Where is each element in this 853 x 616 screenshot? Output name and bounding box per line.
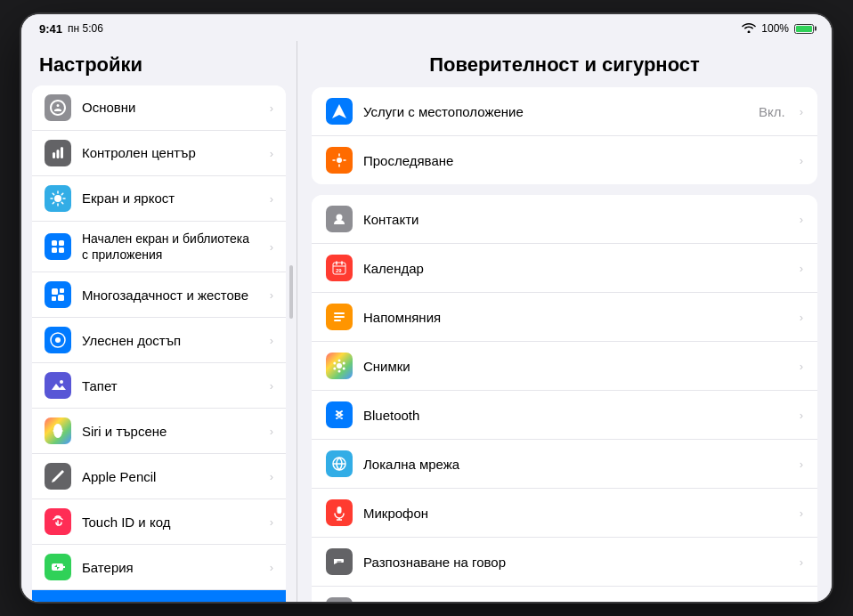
svg-rect-9 — [58, 295, 64, 301]
svg-point-27 — [338, 360, 341, 362]
settings-row-photos[interactable]: Снимки › — [312, 342, 817, 391]
speech-chevron: › — [800, 555, 803, 569]
contacts-label: Контакти — [363, 212, 789, 227]
sidebar-item-mnogo[interactable]: Многозадачност и жестове › — [32, 272, 286, 318]
chevron-icon: › — [270, 425, 273, 438]
sidebar-item-siri-label: Siri и търсене — [82, 423, 167, 441]
settings-row-reminders[interactable]: Напомняния › — [312, 293, 817, 342]
sidebar[interactable]: Настройки Основни › Контролен център › — [21, 41, 297, 602]
settings-section-apps: Контакти › 29 Календар › Напомняния › — [312, 195, 817, 602]
svg-point-31 — [333, 368, 336, 370]
sidebar-item-poveritelnost[interactable]: Поверителност и сигурност — [32, 590, 286, 602]
svg-rect-2 — [61, 147, 63, 158]
svg-rect-11 — [60, 288, 64, 293]
chevron-icon: › — [270, 561, 273, 574]
settings-row-tracking[interactable]: Проследяване › — [312, 136, 817, 184]
camera-icon — [326, 597, 353, 602]
svg-point-30 — [338, 370, 341, 373]
reminders-chevron: › — [800, 311, 803, 324]
status-day: пн 5:06 — [68, 22, 103, 35]
settings-row-bluetooth[interactable]: Bluetooth › — [312, 391, 817, 440]
sidebar-item-bateriya[interactable]: Батерия › — [32, 545, 286, 590]
sidebar-item-bateriya-label: Батерия — [82, 559, 134, 577]
svg-point-14 — [60, 380, 63, 384]
sidebar-item-ulesnen[interactable]: Улеснен достъп › — [32, 318, 286, 363]
location-icon — [326, 98, 353, 125]
chevron-icon: › — [270, 334, 273, 347]
scroll-indicator[interactable] — [289, 265, 293, 319]
microphone-label: Микрофон — [363, 506, 789, 521]
chevron-icon: › — [270, 147, 273, 160]
bluetooth-icon — [326, 401, 353, 428]
mnogo-icon — [45, 281, 71, 308]
sidebar-item-pencil[interactable]: Apple Pencil › — [32, 454, 286, 499]
ipad-frame: 9:41 пн 5:06 100% Настройки — [21, 14, 832, 602]
settings-row-contacts[interactable]: Контакти › — [312, 195, 817, 244]
sidebar-section-1: Основни › Контролен център › Екран и ярк… — [32, 85, 286, 602]
microphone-icon — [326, 499, 353, 526]
settings-section-location: Услуги с местоположение Вкл. › Проследяв… — [312, 87, 817, 184]
svg-point-13 — [55, 337, 61, 343]
svg-rect-5 — [59, 240, 64, 246]
svg-point-32 — [333, 362, 336, 365]
sidebar-item-touchid[interactable]: Touch ID и код › — [32, 499, 286, 545]
reminders-icon — [326, 304, 353, 330]
status-bar: 9:41 пн 5:06 100% — [21, 14, 832, 41]
tracking-icon — [326, 147, 353, 174]
svg-rect-6 — [52, 247, 57, 253]
battery-icon — [794, 24, 814, 34]
chevron-icon: › — [270, 288, 273, 302]
sidebar-item-osnovni[interactable]: Основни › — [32, 85, 286, 131]
nachalen-icon — [45, 233, 71, 260]
svg-rect-24 — [334, 316, 345, 318]
sidebar-item-nachalen[interactable]: Начален екран и библиотека с приложения … — [32, 222, 286, 272]
calendar-icon: 29 — [326, 255, 353, 281]
settings-row-calendar[interactable]: 29 Календар › — [312, 244, 817, 293]
settings-row-location[interactable]: Услуги с местоположение Вкл. › — [312, 87, 817, 136]
bluetooth-chevron: › — [800, 409, 803, 422]
photos-chevron: › — [800, 360, 803, 373]
localnet-chevron: › — [800, 458, 803, 471]
status-right: 100% — [742, 22, 814, 36]
sidebar-item-pencil-label: Apple Pencil — [82, 468, 156, 486]
svg-rect-10 — [52, 296, 56, 301]
sidebar-item-tanem[interactable]: Тапет › — [32, 363, 286, 409]
settings-row-speech[interactable]: Разпознаване на говор › — [312, 538, 817, 587]
tracking-chevron: › — [800, 154, 803, 167]
ulesnen-icon — [45, 327, 71, 353]
chevron-icon: › — [270, 470, 273, 483]
settings-row-localnet[interactable]: Локална мрежа › — [312, 440, 817, 489]
contacts-icon — [326, 206, 353, 232]
sidebar-item-ulesnen-label: Улеснен достъп — [82, 332, 181, 350]
svg-rect-4 — [52, 240, 57, 246]
settings-row-microphone[interactable]: Микрофон › — [312, 489, 817, 538]
photos-label: Снимки — [363, 359, 789, 374]
sidebar-item-kontrolen[interactable]: Контролен център › — [32, 131, 286, 176]
svg-point-29 — [343, 368, 345, 370]
main-content: Настройки Основни › Контролен център › — [21, 41, 832, 602]
sidebar-title: Настройки — [21, 41, 297, 85]
settings-row-camera[interactable]: Камера › — [312, 587, 817, 602]
sidebar-item-siri[interactable]: Siri и търсене › — [32, 409, 286, 454]
tracking-label: Проследяване — [363, 153, 789, 168]
sidebar-item-tanem-label: Тапет — [82, 377, 118, 395]
poveritelnost-icon — [45, 599, 71, 602]
svg-rect-34 — [337, 507, 342, 514]
svg-point-20 — [337, 215, 343, 221]
contacts-chevron: › — [800, 213, 803, 226]
pencil-icon — [45, 463, 71, 490]
sidebar-item-mnogo-label: Многозадачност и жестове — [82, 287, 248, 304]
microphone-chevron: › — [800, 507, 803, 520]
svg-text:29: 29 — [336, 268, 342, 273]
kontrolen-icon — [45, 140, 71, 166]
photos-icon — [326, 353, 353, 379]
sidebar-item-ekran-label: Екран и яркост — [82, 190, 175, 207]
sidebar-item-touchid-label: Touch ID и код — [82, 514, 170, 531]
speech-icon — [326, 548, 353, 575]
ekran-icon — [45, 185, 71, 212]
right-panel[interactable]: Поверителност и сигурност Услуги с место… — [297, 41, 832, 602]
sidebar-item-ekran[interactable]: Екран и яркост › — [32, 176, 286, 222]
bateriya-icon — [45, 554, 71, 580]
osnovni-icon — [45, 94, 71, 121]
svg-rect-7 — [59, 247, 64, 253]
